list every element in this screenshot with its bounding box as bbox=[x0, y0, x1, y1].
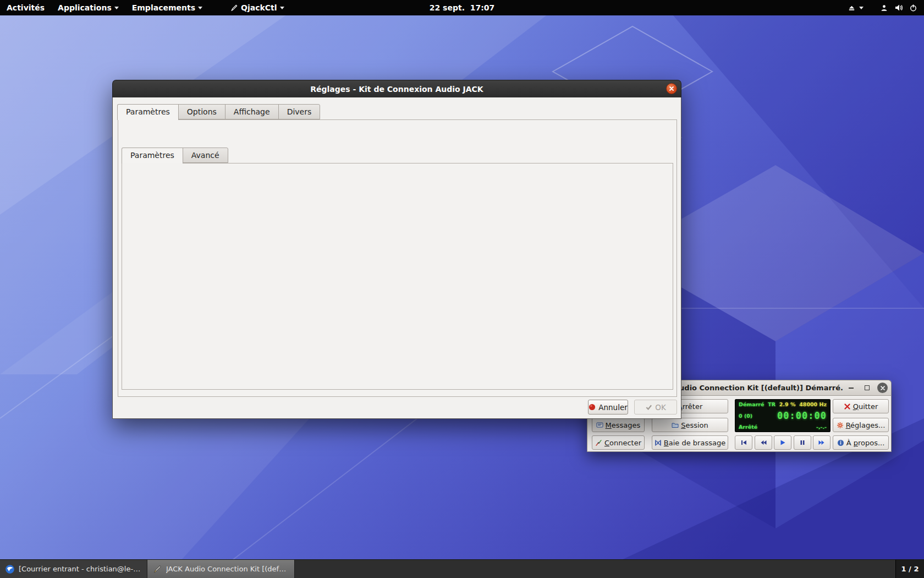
chevron-down-icon bbox=[859, 7, 864, 9]
setup-label: Réglages... bbox=[846, 421, 886, 429]
taskbar: [Courrier entrant - christian@le-b... JA… bbox=[0, 559, 924, 578]
close-button[interactable] bbox=[877, 383, 888, 393]
user-icon bbox=[880, 4, 888, 12]
qjackctl-icon bbox=[152, 564, 162, 574]
patchbay-label: Baie de brassage bbox=[664, 439, 725, 447]
session-button[interactable]: Session bbox=[652, 418, 728, 432]
removable-media-menu[interactable] bbox=[845, 0, 866, 15]
dialog-title: Réglages - Kit de Connexion Audio JACK bbox=[310, 85, 483, 94]
messages-label: Messages bbox=[606, 421, 641, 429]
workspace-pager[interactable]: 1 / 2 bbox=[895, 560, 924, 578]
transport-skip-start-button[interactable] bbox=[735, 435, 752, 450]
patchbay-icon bbox=[654, 439, 662, 446]
taskbar-item-qjackctl[interactable]: JACK Audio Connection Kit [(defa... bbox=[147, 560, 295, 578]
maximize-button[interactable] bbox=[861, 383, 872, 394]
taskbar-item-thunderbird[interactable]: [Courrier entrant - christian@le-b... bbox=[0, 560, 147, 578]
minimize-icon bbox=[849, 388, 854, 389]
ok-icon bbox=[645, 403, 652, 411]
dialog-body: Paramètres Options Affichage Divers Nom … bbox=[112, 97, 681, 419]
setup-button[interactable]: Réglages... bbox=[833, 418, 889, 432]
pause-icon bbox=[799, 439, 806, 446]
subtabbar: Paramètres Avancé bbox=[122, 148, 228, 163]
minimize-button[interactable] bbox=[845, 383, 856, 394]
patchbay-button[interactable]: Baie de brassage bbox=[652, 435, 728, 450]
tab-divers[interactable]: Divers bbox=[278, 104, 321, 119]
qjackctl-app-icon bbox=[230, 4, 238, 12]
applications-menu[interactable]: Applications bbox=[51, 0, 125, 15]
transport-state: Arrêté bbox=[739, 424, 757, 430]
system-status-menu[interactable] bbox=[876, 0, 922, 15]
sample-rate: 48000 Hz bbox=[799, 401, 827, 407]
quit-icon bbox=[844, 403, 851, 410]
desktop: Activités Applications Emplacements Qjac… bbox=[0, 0, 924, 578]
close-icon bbox=[669, 86, 674, 91]
skip-start-icon bbox=[740, 439, 747, 446]
activities-button[interactable]: Activités bbox=[0, 0, 51, 15]
eject-icon bbox=[848, 4, 856, 12]
subtab-pane bbox=[122, 163, 673, 390]
dialog-tabbar: Paramètres Options Affichage Divers bbox=[117, 104, 320, 120]
about-label: À propos... bbox=[846, 439, 885, 447]
transport-controls bbox=[735, 435, 831, 450]
lcd-display: Démarré TR 2.9 % 48000 Hz 0 (0) 00:00:00… bbox=[735, 399, 831, 432]
top-bar: Activités Applications Emplacements Qjac… bbox=[0, 0, 924, 15]
transport-pause-button[interactable] bbox=[794, 435, 811, 450]
taskbar-item-label: JACK Audio Connection Kit [(defa... bbox=[166, 565, 289, 573]
close-icon bbox=[880, 385, 886, 391]
applications-label: Applications bbox=[58, 3, 112, 12]
play-icon bbox=[779, 439, 786, 446]
realtime-flag: TR bbox=[768, 401, 776, 407]
transport-rewind-button[interactable] bbox=[755, 435, 772, 450]
app-menu-label: QjackCtl bbox=[241, 3, 277, 12]
server-state: Démarré bbox=[739, 401, 764, 407]
session-label: Session bbox=[681, 421, 708, 429]
ok-label: OK bbox=[655, 403, 666, 412]
dsp-load: 2.9 % bbox=[779, 401, 796, 407]
ok-button[interactable]: OK bbox=[634, 400, 677, 415]
xrun-count: 0 (0) bbox=[739, 413, 752, 419]
transport-forward-button[interactable] bbox=[813, 435, 831, 450]
quit-label: Quitter bbox=[853, 402, 878, 411]
tab-affichage[interactable]: Affichage bbox=[225, 104, 279, 119]
dialog-titlebar[interactable]: Réglages - Kit de Connexion Audio JACK bbox=[112, 80, 681, 97]
connect-icon bbox=[595, 439, 602, 446]
rewind-icon bbox=[760, 439, 767, 446]
tab-parametres[interactable]: Paramètres bbox=[117, 104, 179, 120]
about-button[interactable]: À propos... bbox=[833, 435, 889, 450]
connect-label: Connecter bbox=[604, 439, 641, 447]
quit-button[interactable]: Quitter bbox=[833, 399, 889, 413]
connect-button[interactable]: Connecter bbox=[592, 435, 645, 450]
clock[interactable]: 22 sept. 17:07 bbox=[424, 0, 501, 15]
chevron-down-icon bbox=[280, 7, 284, 9]
subtab-parametres[interactable]: Paramètres bbox=[122, 148, 183, 163]
cancel-button[interactable]: Annuler bbox=[588, 400, 628, 415]
messages-button[interactable]: Messages bbox=[592, 418, 645, 432]
about-icon bbox=[837, 439, 844, 446]
app-menu-qjackctl[interactable]: QjackCtl bbox=[223, 0, 291, 15]
power-icon bbox=[909, 4, 917, 12]
transport-bbt: -,-.- bbox=[816, 424, 827, 430]
chevron-down-icon bbox=[114, 7, 119, 9]
cancel-icon bbox=[588, 403, 596, 411]
thunderbird-icon bbox=[5, 564, 15, 574]
transport-play-button[interactable] bbox=[774, 435, 791, 450]
places-label: Emplacements bbox=[132, 3, 195, 12]
forward-icon bbox=[818, 439, 825, 446]
cancel-label: Annuler bbox=[598, 403, 628, 412]
subtab-avance[interactable]: Avancé bbox=[183, 148, 228, 163]
session-icon bbox=[672, 422, 679, 429]
places-menu[interactable]: Emplacements bbox=[125, 0, 209, 15]
elapsed-time: 00:00:00 bbox=[777, 410, 827, 421]
messages-icon bbox=[596, 422, 603, 429]
maximize-icon bbox=[865, 385, 870, 390]
taskbar-item-label: [Courrier entrant - christian@le-b... bbox=[19, 565, 142, 573]
dialog-close-button[interactable] bbox=[666, 83, 677, 94]
setup-icon bbox=[837, 422, 844, 429]
activities-label: Activités bbox=[7, 3, 45, 12]
tab-options[interactable]: Options bbox=[178, 104, 226, 119]
chevron-down-icon bbox=[198, 7, 202, 9]
volume-icon bbox=[894, 3, 903, 12]
settings-dialog: Réglages - Kit de Connexion Audio JACK P… bbox=[112, 80, 681, 419]
